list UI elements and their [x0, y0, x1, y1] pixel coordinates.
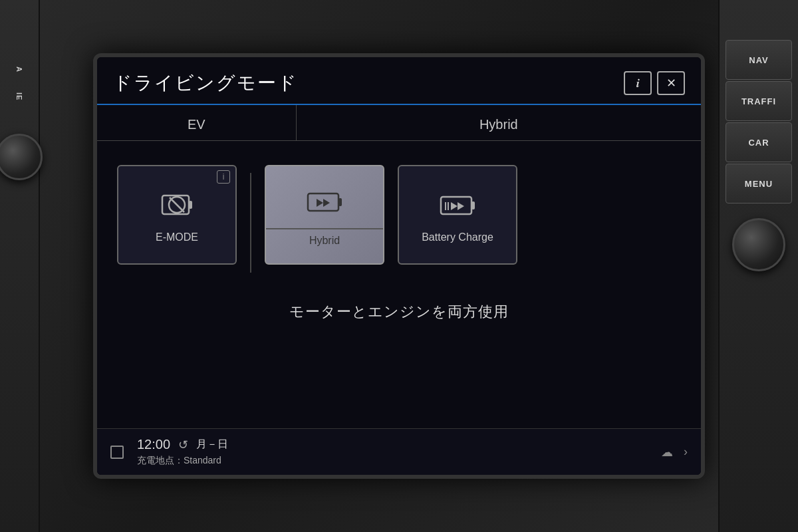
ev-header: EV: [97, 105, 297, 140]
car-body: A IE ドライビングモード 𝒊 ✕: [0, 0, 798, 532]
status-charge: 充電地点：Standard: [137, 455, 221, 467]
screen-title: ドライビングモード: [113, 70, 298, 96]
description: モーターとエンジンを両方使用: [97, 289, 701, 335]
screen-container: ドライビングモード 𝒊 ✕ EV Hybrid: [93, 53, 705, 479]
svg-marker-6: [317, 199, 323, 207]
hybrid-label: Hybrid: [309, 235, 340, 247]
traffic-button[interactable]: TRAFFI: [726, 81, 792, 121]
right-panel: NAV TRAFFI CAR MENU: [718, 0, 798, 532]
left-label-a: A: [15, 66, 23, 72]
emode-card[interactable]: i E-MODE: [117, 165, 237, 265]
left-label-ie: IE: [15, 92, 23, 100]
emode-info-badge[interactable]: i: [217, 170, 230, 184]
mode-headers: EV Hybrid: [97, 105, 701, 141]
emode-icon: [157, 186, 197, 226]
status-time: 12:00: [137, 437, 170, 452]
svg-rect-9: [471, 201, 475, 209]
emode-label: E-MODE: [156, 231, 198, 243]
left-knob[interactable]: [0, 134, 43, 180]
hybrid-card[interactable]: Hybrid: [265, 165, 384, 265]
close-button[interactable]: ✕: [657, 71, 685, 95]
refresh-icon: ↺: [178, 438, 188, 452]
section-divider: [250, 173, 251, 273]
left-panel: A IE: [0, 0, 40, 532]
right-knob[interactable]: [732, 218, 785, 271]
chevron-right-icon[interactable]: ›: [684, 445, 688, 459]
mode-cards: i E-MODE: [97, 141, 701, 289]
status-date: 月－日: [196, 438, 228, 452]
status-bar: 12:00 ↺ 月－日 充電地点：Standard ☁ ›: [97, 428, 701, 475]
battery-charge-label: Battery Charge: [422, 231, 493, 243]
hybrid-header: Hybrid: [297, 105, 701, 140]
info-icon: 𝒊: [636, 76, 640, 90]
status-time-row: 12:00 ↺ 月－日: [137, 437, 228, 452]
close-icon: ✕: [666, 76, 676, 90]
mode-section: EV Hybrid i: [97, 105, 701, 428]
svg-marker-7: [323, 199, 330, 207]
status-left-group: 12:00 ↺ 月－日 充電地点：Standard: [137, 437, 228, 467]
screen: ドライビングモード 𝒊 ✕ EV Hybrid: [97, 57, 701, 475]
svg-marker-11: [458, 202, 464, 210]
status-right: ☁ ›: [661, 445, 688, 460]
nav-button[interactable]: NAV: [726, 40, 792, 80]
svg-marker-10: [451, 202, 458, 210]
car-button[interactable]: CAR: [726, 122, 792, 162]
status-charge-row: 充電地点：Standard: [137, 454, 228, 467]
status-square-icon: [110, 446, 124, 459]
svg-rect-5: [338, 198, 342, 206]
bluetooth-icon: ☁: [661, 445, 673, 460]
info-button[interactable]: 𝒊: [624, 71, 652, 95]
screen-header: ドライビングモード 𝒊 ✕: [97, 57, 701, 105]
header-buttons: 𝒊 ✕: [624, 71, 685, 95]
hybrid-icon: [305, 183, 344, 223]
svg-rect-1: [189, 201, 192, 209]
menu-button[interactable]: MENU: [726, 164, 792, 203]
battery-charge-card[interactable]: Battery Charge: [398, 165, 517, 265]
battery-charge-icon: [438, 186, 477, 226]
